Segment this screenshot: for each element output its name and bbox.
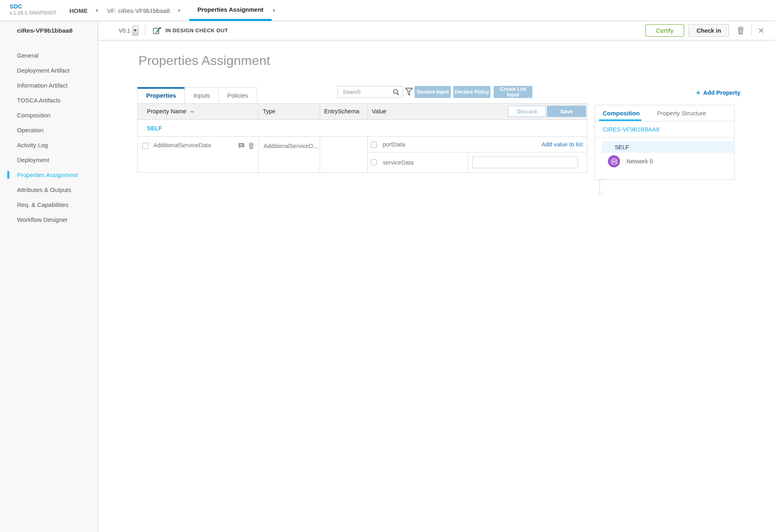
value-field-row: portData Add value to list: [368, 137, 587, 152]
sdc-logo-title: SDC: [10, 3, 57, 10]
breadcrumb-home[interactable]: HOME: [69, 7, 88, 14]
property-type-cell: AdditionalServiceD...: [259, 137, 320, 172]
sort-caret-icon: [190, 111, 194, 113]
tab-inputs[interactable]: Inputs: [184, 87, 219, 104]
network-icon: [608, 155, 620, 167]
property-entryschema-cell: [320, 137, 368, 172]
add-property-label: Add Property: [703, 90, 740, 96]
breadcrumb-properties-assignment[interactable]: Properties Assignment: [197, 6, 264, 13]
servicedata-value-input[interactable]: [472, 156, 578, 168]
sidebar-item-composition[interactable]: Composition: [0, 108, 98, 123]
servicedata-label-cell: serviceData: [368, 152, 469, 172]
self-group-link[interactable]: SELF: [138, 120, 587, 137]
sidebar-item-attributes-outputs[interactable]: Attributes & Outputs: [0, 182, 98, 197]
breadcrumb-active-wrap: Properties Assignment: [189, 0, 272, 21]
breadcrumb: HOME VF: ciRes-VF9b1bbaa8 Properties Ass…: [69, 0, 284, 21]
sidebar-item-general[interactable]: General: [0, 48, 98, 63]
in-design-icon: [152, 25, 162, 35]
breadcrumb-vf[interactable]: VF: ciRes-VF9b1bbaa8: [107, 7, 170, 14]
discard-button[interactable]: Discard: [508, 106, 546, 117]
properties-table: Property Name Type EntrySchema Value Dis…: [137, 103, 587, 173]
comment-icon[interactable]: [238, 143, 245, 149]
tree-node-network[interactable]: Network 0: [602, 155, 734, 167]
chevron-right-icon: [178, 9, 181, 12]
sidebar-item-operation[interactable]: Operation: [0, 123, 98, 138]
column-header-property-name[interactable]: Property Name: [138, 104, 259, 119]
column-header-entryschema: EntrySchema: [320, 104, 368, 119]
servicedata-checkbox[interactable]: [371, 159, 377, 165]
add-property-button[interactable]: + Add Property: [696, 89, 740, 96]
tree-node-label: Network 0: [626, 158, 653, 165]
search-box: [337, 86, 403, 98]
version-label: V0.1: [119, 27, 130, 34]
chevron-right-icon: [96, 9, 98, 12]
sidebar-item-deployment[interactable]: Deployment: [0, 152, 98, 167]
sidebar-item-workflow-designer[interactable]: Workflow Designer: [0, 212, 98, 227]
sidebar-item-properties-assignment[interactable]: Properties Assignment: [0, 167, 98, 182]
portdata-label: portData: [383, 141, 405, 148]
sidebar: ciRes-VF9b1bbaa8 General Deployment Arti…: [0, 21, 98, 532]
tree-node-self[interactable]: SELF: [602, 142, 734, 153]
tab-properties[interactable]: Properties: [137, 87, 185, 104]
checkin-button[interactable]: Check in: [689, 24, 729, 37]
property-checkbox[interactable]: [142, 143, 149, 149]
plus-icon: +: [696, 89, 700, 96]
tree-connector: [599, 194, 602, 194]
divider: [145, 25, 145, 36]
property-value-cell: portData Add value to list serviceData: [368, 137, 587, 172]
tab-composition[interactable]: Composition: [603, 110, 640, 117]
panel-tabs: Composition Property Structure: [595, 105, 734, 121]
tab-property-structure[interactable]: Property Structure: [657, 110, 706, 117]
lifecycle-status-label: IN DESIGN CHECK OUT: [165, 27, 228, 33]
chevron-right-icon: [273, 9, 276, 12]
properties-tabs: Properties Inputs Policies: [137, 87, 257, 104]
tab-policies[interactable]: Policies: [218, 87, 257, 104]
property-name-label: AdditionalServiceData: [153, 142, 211, 148]
column-header-type: Type: [259, 104, 320, 119]
top-navigation-bar: SDC v.1.16.1-SNAPSHOT HOME VF: ciRes-VF9…: [0, 0, 775, 21]
servicedata-label: serviceData: [383, 159, 414, 166]
sidebar-item-activity-log[interactable]: Activity Log: [0, 138, 98, 152]
declare-input-button[interactable]: Declare Input: [415, 86, 451, 98]
lifecycle-toolbar: V0.1 IN DESIGN CHECK OUT Certify Check i…: [98, 21, 775, 40]
tree-connector: [599, 179, 600, 194]
page-title: Properties Assignment: [138, 53, 270, 68]
table-row: AdditionalServiceData: [138, 137, 587, 172]
sidebar-menu: General Deployment Artifact Information …: [0, 48, 98, 227]
close-button[interactable]: ✕: [758, 26, 765, 35]
search-icon: [393, 89, 400, 97]
sdc-version-label: v.1.16.1-SNAPSHOT: [10, 10, 57, 17]
sidebar-item-req-capabilities[interactable]: Req. & Capabilities: [0, 197, 98, 212]
tree-connector: [599, 179, 602, 180]
active-tab-underline: [599, 119, 641, 121]
sidebar-component-title: ciRes-VF9b1bbaa8: [0, 21, 98, 34]
sidebar-item-information-artifact[interactable]: Information Artifact: [0, 78, 98, 93]
servicedata-value-cell: [469, 152, 587, 172]
caret-down-icon: [134, 29, 137, 31]
filter-icon[interactable]: [404, 87, 413, 98]
version-selector[interactable]: [132, 26, 138, 35]
portdata-checkbox[interactable]: [371, 142, 377, 148]
table-header: Property Name Type EntrySchema Value Dis…: [138, 104, 587, 120]
composition-panel: Composition Property Structure CIRES-VF9…: [595, 105, 735, 180]
component-name-link[interactable]: CIRES-VF9B1BBAA8: [595, 121, 734, 138]
declare-policy-button[interactable]: Declare Policy: [453, 86, 490, 98]
delete-property-icon[interactable]: [248, 142, 254, 149]
sidebar-item-tosca-artifacts[interactable]: TOSCA Artifacts: [0, 93, 98, 108]
property-name-cell: AdditionalServiceData: [138, 137, 259, 172]
certify-button[interactable]: Certify: [645, 24, 684, 37]
delete-component-button[interactable]: [737, 26, 744, 35]
sdc-logo: SDC v.1.16.1-SNAPSHOT: [10, 3, 57, 17]
save-button[interactable]: Save: [547, 106, 586, 117]
value-field-row: serviceData: [368, 152, 587, 172]
sidebar-item-deployment-artifact[interactable]: Deployment Artifact: [0, 63, 98, 78]
add-value-to-list-link[interactable]: Add value to list: [542, 141, 583, 148]
composition-tree: SELF Network 0: [595, 138, 734, 167]
column-header-value: Value Discard Save: [368, 104, 587, 119]
create-list-input-button[interactable]: Create List Input: [494, 86, 532, 98]
divider: [751, 25, 752, 36]
